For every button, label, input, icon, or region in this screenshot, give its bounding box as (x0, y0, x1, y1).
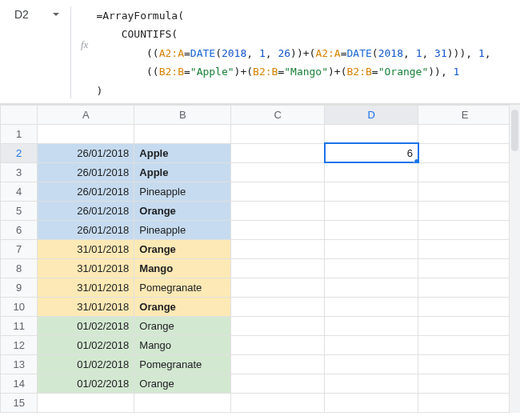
cell[interactable]: 31/01/2018 (38, 297, 134, 316)
row-header[interactable]: 1 (1, 124, 38, 143)
cell[interactable]: 01/02/2018 (38, 335, 134, 354)
cell[interactable]: 6 (325, 143, 418, 162)
row-header[interactable]: 13 (1, 354, 38, 374)
cell[interactable] (134, 393, 231, 412)
cell[interactable]: 26/01/2018 (38, 162, 134, 182)
cell[interactable]: 01/02/2018 (38, 316, 134, 335)
cell[interactable] (231, 297, 325, 316)
cell[interactable] (325, 316, 418, 335)
formula-text[interactable]: =ArrayFormula( COUNTIFS( ((A2:A=DATE(201… (96, 6, 495, 100)
cell[interactable] (325, 124, 418, 143)
cell[interactable]: 26/01/2018 (38, 220, 134, 239)
cell[interactable] (325, 278, 418, 297)
cell[interactable]: Orange (134, 239, 231, 258)
cell[interactable] (231, 143, 325, 162)
cell[interactable] (231, 316, 325, 335)
cell[interactable] (418, 335, 512, 354)
cell[interactable] (231, 354, 325, 374)
cell[interactable] (325, 220, 418, 239)
cell[interactable] (231, 182, 325, 201)
cell[interactable] (231, 335, 325, 354)
cell[interactable]: Apple (134, 162, 231, 182)
cell[interactable] (231, 258, 325, 278)
cell[interactable] (231, 374, 325, 393)
cell[interactable]: 26/01/2018 (38, 143, 134, 162)
cell[interactable] (231, 124, 325, 143)
cell[interactable]: Orange (134, 201, 231, 220)
cell[interactable] (418, 239, 512, 258)
cell[interactable]: Pineapple (134, 220, 231, 239)
cell[interactable] (418, 278, 512, 297)
row-header[interactable]: 12 (1, 335, 38, 354)
cell[interactable] (38, 393, 134, 412)
row-header[interactable]: 14 (1, 374, 38, 393)
vertical-scrollbar[interactable] (509, 105, 520, 413)
chevron-down-icon[interactable] (53, 13, 59, 16)
cell[interactable] (418, 162, 512, 182)
cell[interactable] (325, 297, 418, 316)
cell[interactable]: 31/01/2018 (38, 258, 134, 278)
cell[interactable]: Orange (134, 374, 231, 393)
row-header[interactable]: 10 (1, 297, 38, 316)
cell[interactable]: Pomegranate (134, 278, 231, 297)
cell[interactable]: 01/02/2018 (38, 374, 134, 393)
cell[interactable] (418, 374, 512, 393)
cell[interactable] (38, 124, 134, 143)
cell[interactable]: Mango (134, 258, 231, 278)
column-header[interactable]: A (38, 105, 134, 124)
cell[interactable]: Orange (134, 297, 231, 316)
cell[interactable] (231, 239, 325, 258)
name-box[interactable]: D2 (6, 5, 64, 24)
row-header[interactable]: 2 (1, 143, 38, 162)
cell[interactable] (325, 182, 418, 201)
cell[interactable] (418, 124, 512, 143)
row-header[interactable]: 8 (1, 258, 38, 278)
cell[interactable] (325, 393, 418, 412)
row-header[interactable]: 3 (1, 162, 38, 182)
cell[interactable] (134, 124, 231, 143)
scrollbar-thumb[interactable] (511, 110, 518, 151)
cell[interactable] (325, 335, 418, 354)
cell[interactable]: 26/01/2018 (38, 201, 134, 220)
column-header[interactable]: B (134, 105, 231, 124)
row-header[interactable]: 9 (1, 278, 38, 297)
cell[interactable] (418, 258, 512, 278)
cell[interactable] (325, 201, 418, 220)
select-all-corner[interactable] (1, 105, 38, 124)
cell[interactable] (325, 162, 418, 182)
formula-bar[interactable]: fx =ArrayFormula( COUNTIFS( ((A2:A=DATE(… (76, 5, 514, 100)
cell[interactable] (325, 239, 418, 258)
cell[interactable]: Pineapple (134, 182, 231, 201)
cell[interactable] (231, 220, 325, 239)
cell[interactable] (418, 143, 512, 162)
row-header[interactable]: 15 (1, 393, 38, 412)
cell[interactable] (418, 220, 512, 239)
column-header[interactable]: C (231, 105, 325, 124)
cell[interactable]: 01/02/2018 (38, 354, 134, 374)
cell[interactable] (231, 162, 325, 182)
cell[interactable] (418, 354, 512, 374)
cell[interactable] (231, 201, 325, 220)
cell[interactable] (418, 201, 512, 220)
spreadsheet-grid[interactable]: ABCDE 1226/01/2018Apple6326/01/2018Apple… (0, 104, 520, 413)
cell[interactable]: Mango (134, 335, 231, 354)
cell[interactable] (418, 316, 512, 335)
cell[interactable] (325, 374, 418, 393)
row-header[interactable]: 5 (1, 201, 38, 220)
cell[interactable] (418, 393, 512, 412)
row-header[interactable]: 6 (1, 220, 38, 239)
cell[interactable]: 26/01/2018 (38, 182, 134, 201)
cell[interactable]: Apple (134, 143, 231, 162)
cell[interactable]: Pomegranate (134, 354, 231, 374)
row-header[interactable]: 11 (1, 316, 38, 335)
cell[interactable] (325, 354, 418, 374)
cell[interactable] (418, 297, 512, 316)
cell[interactable]: Orange (134, 316, 231, 335)
cell[interactable]: 31/01/2018 (38, 278, 134, 297)
cell[interactable] (418, 182, 512, 201)
cell[interactable]: 31/01/2018 (38, 239, 134, 258)
cell[interactable] (231, 393, 325, 412)
cell[interactable] (325, 258, 418, 278)
column-header[interactable]: D (325, 105, 418, 124)
row-header[interactable]: 7 (1, 239, 38, 258)
